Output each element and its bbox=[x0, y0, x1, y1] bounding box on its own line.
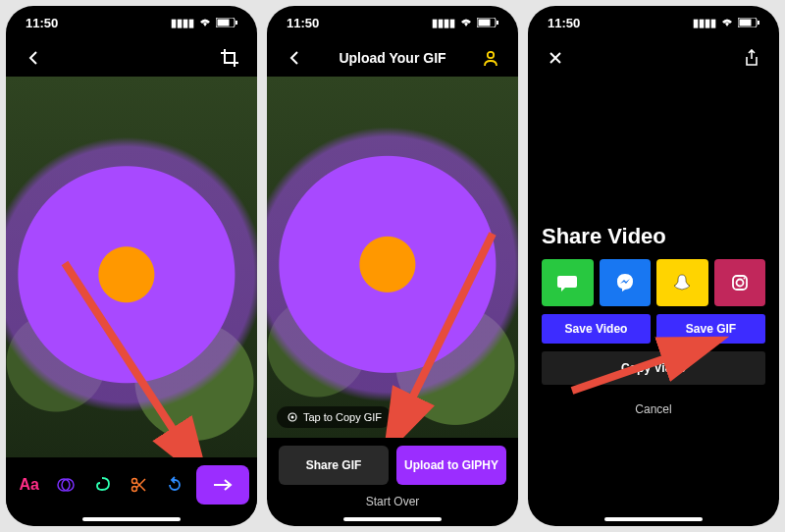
nav-bar: Upload Your GIF bbox=[267, 39, 518, 77]
svg-rect-10 bbox=[497, 21, 498, 25]
share-messenger[interactable] bbox=[600, 259, 652, 306]
svg-point-20 bbox=[743, 278, 745, 280]
nav-bar bbox=[528, 39, 779, 77]
status-indicators: ▮▮▮▮ bbox=[693, 17, 759, 29]
screen-upload: 11:50 ▮▮▮▮ Upload Your GIF Tap to Copy G… bbox=[267, 6, 518, 526]
svg-point-11 bbox=[488, 52, 494, 58]
upload-giphy-button[interactable]: Upload to GIPHY bbox=[396, 446, 506, 485]
gif-preview-area[interactable]: Tap to Copy GIF bbox=[267, 77, 518, 438]
battery-icon bbox=[477, 18, 498, 27]
crop-button[interactable] bbox=[218, 46, 241, 70]
redo-tool[interactable] bbox=[160, 465, 190, 505]
svg-rect-1 bbox=[218, 20, 230, 27]
tap-to-copy-hint[interactable]: Tap to Copy GIF bbox=[277, 406, 392, 428]
editor-toolbar: Aa bbox=[6, 457, 257, 512]
share-imessage[interactable] bbox=[542, 259, 594, 306]
battery-icon bbox=[738, 18, 759, 27]
gif-preview bbox=[267, 77, 518, 438]
lasso-tool[interactable] bbox=[86, 465, 117, 505]
close-button[interactable] bbox=[544, 46, 567, 70]
status-time: 11:50 bbox=[26, 16, 58, 30]
home-indicator[interactable] bbox=[6, 512, 257, 526]
save-gif-button[interactable]: Save GIF bbox=[656, 314, 765, 344]
status-indicators: ▮▮▮▮ bbox=[432, 17, 498, 29]
profile-button[interactable] bbox=[479, 46, 502, 70]
copy-video-button[interactable]: Copy Video bbox=[542, 351, 765, 385]
nav-bar bbox=[6, 39, 257, 77]
svg-rect-9 bbox=[479, 20, 491, 27]
save-row: Save Video Save GIF bbox=[542, 314, 765, 344]
svg-rect-17 bbox=[758, 21, 759, 25]
status-bar: 11:50 ▮▮▮▮ bbox=[267, 6, 518, 39]
svg-point-13 bbox=[291, 416, 294, 419]
system-share-button[interactable] bbox=[740, 46, 763, 70]
status-bar: 11:50 ▮▮▮▮ bbox=[6, 6, 257, 39]
share-icon-row bbox=[542, 259, 765, 306]
trim-tool[interactable] bbox=[124, 465, 154, 505]
wifi-icon bbox=[459, 18, 473, 27]
share-panel: Share Video Save Video Save GIF Copy Vid… bbox=[528, 77, 779, 512]
wifi-icon bbox=[720, 18, 734, 27]
battery-icon bbox=[216, 18, 237, 27]
tap-icon bbox=[287, 411, 298, 423]
cancel-link[interactable]: Cancel bbox=[542, 402, 765, 416]
filter-tool[interactable] bbox=[50, 465, 80, 505]
wifi-icon bbox=[198, 18, 212, 27]
home-indicator[interactable] bbox=[528, 512, 779, 526]
svg-rect-2 bbox=[236, 21, 237, 25]
screen-editor: 11:50 ▮▮▮▮ Aa bbox=[6, 6, 257, 526]
share-title: Share Video bbox=[542, 224, 765, 249]
status-time: 11:50 bbox=[287, 16, 319, 30]
signal-icon: ▮▮▮▮ bbox=[693, 17, 716, 29]
share-gif-button[interactable]: Share GIF bbox=[279, 446, 389, 485]
start-over-link[interactable]: Start Over bbox=[267, 489, 518, 512]
tap-hint-label: Tap to Copy GIF bbox=[303, 411, 382, 423]
text-tool[interactable]: Aa bbox=[14, 465, 44, 505]
photo-canvas[interactable] bbox=[6, 77, 257, 457]
signal-icon: ▮▮▮▮ bbox=[432, 17, 455, 29]
signal-icon: ▮▮▮▮ bbox=[171, 17, 194, 29]
status-time: 11:50 bbox=[548, 16, 580, 30]
save-video-button[interactable]: Save Video bbox=[542, 314, 651, 344]
back-button[interactable] bbox=[22, 46, 45, 70]
screen-share: 11:50 ▮▮▮▮ Share Video bbox=[528, 6, 779, 526]
next-button[interactable] bbox=[196, 465, 249, 505]
status-bar: 11:50 ▮▮▮▮ bbox=[528, 6, 779, 39]
share-snapchat[interactable] bbox=[656, 259, 708, 306]
share-instagram[interactable] bbox=[714, 259, 766, 306]
page-title: Upload Your GIF bbox=[339, 50, 445, 66]
photo-preview bbox=[6, 77, 257, 457]
action-row: Share GIF Upload to GIPHY bbox=[267, 438, 518, 489]
back-button[interactable] bbox=[283, 46, 306, 70]
svg-rect-16 bbox=[740, 20, 752, 27]
home-indicator[interactable] bbox=[267, 512, 518, 526]
status-indicators: ▮▮▮▮ bbox=[171, 17, 237, 29]
svg-point-19 bbox=[736, 280, 743, 287]
